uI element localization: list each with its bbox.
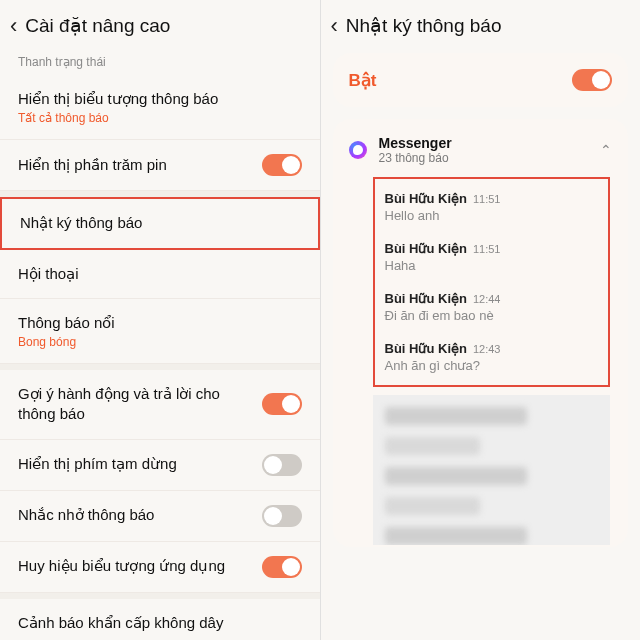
header: ‹ Cài đặt nâng cao xyxy=(0,0,320,47)
toggle[interactable] xyxy=(262,393,302,415)
section-label: Thanh trạng thái xyxy=(0,47,320,75)
app-name: Messenger xyxy=(379,135,452,151)
notification-body: Haha xyxy=(385,258,599,273)
settings-row[interactable]: Nhắc nhở thông báo xyxy=(0,491,320,542)
notification-sender: Bùi Hữu Kiện xyxy=(385,191,467,206)
master-toggle[interactable] xyxy=(572,69,612,91)
settings-screen: ‹ Cài đặt nâng cao Thanh trạng thái Hiển… xyxy=(0,0,320,640)
notification-sender: Bùi Hữu Kiện xyxy=(385,341,467,356)
header: ‹ Nhật ký thông báo xyxy=(321,0,641,47)
notification-body: Hello anh xyxy=(385,208,599,223)
settings-row[interactable]: Gợi ý hành động và trả lời cho thông báo xyxy=(0,370,320,440)
row-title: Hội thoại xyxy=(18,264,292,284)
row-title: Gợi ý hành động và trả lời cho thông báo xyxy=(18,384,252,425)
row-title: Nhắc nhở thông báo xyxy=(18,505,252,525)
row-subtitle: Bong bóng xyxy=(18,335,292,349)
settings-row[interactable]: Hiển thị phím tạm dừng xyxy=(0,440,320,491)
notification-time: 12:43 xyxy=(473,343,501,355)
row-subtitle: Tất cả thông báo xyxy=(18,111,292,125)
notification-item[interactable]: Bùi Hữu Kiện12:44Đi ăn đi em bao nè xyxy=(375,283,609,333)
chevron-up-icon[interactable]: ⌃ xyxy=(600,142,612,158)
notification-sender: Bùi Hữu Kiện xyxy=(385,291,467,306)
app-texts: Messenger 23 thông báo xyxy=(379,135,452,165)
notification-item[interactable]: Bùi Hữu Kiện11:51Haha xyxy=(375,233,609,283)
toggle[interactable] xyxy=(262,454,302,476)
back-icon[interactable]: ‹ xyxy=(10,15,17,37)
notification-item[interactable]: Bùi Hữu Kiện11:51Hello anh xyxy=(375,183,609,233)
settings-row[interactable]: Hội thoại xyxy=(0,250,320,299)
row-title: Cảnh báo khẩn cấp không dây xyxy=(18,613,292,633)
settings-row[interactable]: Cảnh báo khẩn cấp không dây xyxy=(0,599,320,641)
master-toggle-label: Bật xyxy=(349,70,377,91)
notification-log-card: Messenger 23 thông báo ⌃ Bùi Hữu Kiện11:… xyxy=(333,119,629,547)
notification-time: 11:51 xyxy=(473,193,501,205)
row-title: Hiển thị phím tạm dừng xyxy=(18,454,252,474)
row-title: Nhật ký thông báo xyxy=(20,213,290,233)
row-title: Thông báo nổi xyxy=(18,313,292,333)
settings-list: Hiển thị biểu tượng thông báoTất cả thôn… xyxy=(0,75,320,640)
notification-sender: Bùi Hữu Kiện xyxy=(385,241,467,256)
messenger-icon xyxy=(349,141,367,159)
settings-row[interactable]: Hiển thị biểu tượng thông báoTất cả thôn… xyxy=(0,75,320,140)
page-title: Nhật ký thông báo xyxy=(346,14,502,37)
settings-row[interactable]: Hiển thị phần trăm pin xyxy=(0,140,320,191)
settings-row[interactable]: Nhật ký thông báo xyxy=(0,197,320,249)
toggle[interactable] xyxy=(262,505,302,527)
settings-row[interactable]: Thông báo nổiBong bóng xyxy=(0,299,320,364)
notification-time: 11:51 xyxy=(473,243,501,255)
notification-body: Đi ăn đi em bao nè xyxy=(385,308,599,323)
notification-list: Bùi Hữu Kiện11:51Hello anhBùi Hữu Kiện11… xyxy=(373,177,611,387)
app-header-row[interactable]: Messenger 23 thông báo ⌃ xyxy=(333,129,629,173)
page-title: Cài đặt nâng cao xyxy=(25,14,170,37)
settings-row[interactable]: Huy hiệu biểu tượng ứng dụng xyxy=(0,542,320,593)
blurred-notifications xyxy=(373,395,611,545)
toggle[interactable] xyxy=(262,154,302,176)
row-title: Huy hiệu biểu tượng ứng dụng xyxy=(18,556,252,576)
app-count: 23 thông báo xyxy=(379,151,452,165)
toggle[interactable] xyxy=(262,556,302,578)
master-toggle-card[interactable]: Bật xyxy=(333,53,629,107)
notification-time: 12:44 xyxy=(473,293,501,305)
back-icon[interactable]: ‹ xyxy=(331,15,338,37)
row-title: Hiển thị biểu tượng thông báo xyxy=(18,89,292,109)
notification-body: Anh ăn gì chưa? xyxy=(385,358,599,373)
row-title: Hiển thị phần trăm pin xyxy=(18,155,252,175)
notification-log-screen: ‹ Nhật ký thông báo Bật Messenger 23 thô… xyxy=(321,0,641,640)
notification-item[interactable]: Bùi Hữu Kiện12:43Anh ăn gì chưa? xyxy=(375,333,609,383)
